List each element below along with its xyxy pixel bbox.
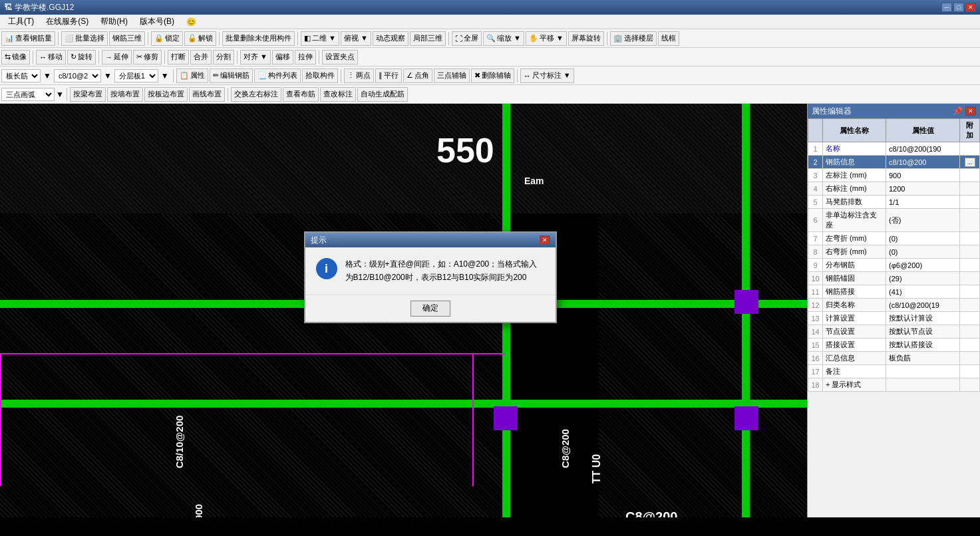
maximize-button[interactable]: □ [953,3,964,12]
properties-btn[interactable]: 📋 属性 [176,68,208,83]
mirror-btn[interactable]: ⇆ 镜像 [1,50,30,65]
layer-select[interactable]: 分层板1 [114,69,158,82]
prop-row-value[interactable]: c8/10@200(190 [886,142,960,156]
pick-component-btn[interactable]: 拾取构件 [302,68,338,83]
wireframe-btn[interactable]: 线框 [658,31,679,46]
table-row[interactable]: 10钢筋锚固(29) [808,272,980,285]
two-point-btn[interactable]: ⋮ 两点 [344,68,374,83]
table-row[interactable]: 14节点设置按默认节点设 [808,325,980,338]
prop-row-value[interactable]: 1/1 [886,196,960,209]
offset-btn[interactable]: 偏移 [272,50,293,65]
table-row[interactable]: 9分布钢筋(φ6@200) [808,259,980,272]
menu-tools[interactable]: 工具(T) [3,15,39,29]
prop-row-value[interactable] [886,378,960,392]
angle-point-btn[interactable]: ∠ 点角 [403,68,432,83]
prop-row-value[interactable]: (c8/10@200(19 [886,299,960,312]
pin-icon[interactable]: 📌 [953,106,963,116]
table-row[interactable]: 17备注 [808,365,980,378]
line-layout-btn[interactable]: 画线布置 [189,87,225,102]
rotate-btn[interactable]: ↻ 旋转 [67,50,96,65]
extend-btn[interactable]: → 延伸 [102,50,132,65]
beam-layout-btn[interactable]: 按梁布置 [70,87,106,102]
batch-select-btn[interactable]: ⬜ 批量选择 [61,31,108,46]
component-list-btn[interactable]: 📃 构件列表 [254,68,301,83]
merge-btn[interactable]: 合并 [190,50,212,65]
table-row[interactable]: 2钢筋信息c8/10@200... [808,156,980,169]
prop-row-value[interactable]: 1200 [886,182,960,196]
prop-row-value[interactable] [886,365,960,378]
edit-marker-btn[interactable]: 查改标注 [320,87,356,102]
rebar-3d-btn[interactable]: 钢筋三维 [109,31,145,46]
dimension-btn[interactable]: ↔ 尺寸标注 ▼ [520,68,574,83]
wall-layout-btn[interactable]: 按墙布置 [107,87,143,102]
delete-aux-btn[interactable]: ✖ 删除辅轴 [471,68,514,83]
table-row[interactable]: 12归类名称(c8/10@200(19 [808,299,980,312]
parallel-btn[interactable]: ∥ 平行 [375,68,402,83]
board-edge-layout-btn[interactable]: 按板边布置 [144,87,188,102]
batch-delete-btn[interactable]: 批量删除未使用构件 [222,31,295,46]
zoom-btn[interactable]: 🔍 缩放 ▼ [483,31,524,46]
table-row[interactable]: 4右标注 (mm)1200 [808,182,980,196]
minimize-button[interactable]: ─ [941,3,952,12]
table-row[interactable]: 13计算设置按默认计算设 [808,312,980,325]
menu-online[interactable]: 在线服务(S) [41,15,94,29]
prop-row-value[interactable]: (否) [886,209,960,232]
local-3d-btn[interactable]: 局部三维 [410,31,446,46]
prop-row-value[interactable]: (φ6@200) [886,259,960,272]
trim-btn[interactable]: ✂ 修剪 [133,50,162,65]
dialog-ok-button[interactable]: 确定 [410,301,450,317]
rebar-spec-select[interactable]: c8/10@2 [54,69,101,82]
fullscreen-btn[interactable]: ⛶ 全屏 [452,31,482,46]
menu-version[interactable]: 版本号(B) [134,15,180,29]
close-button[interactable]: ✕ [965,3,976,12]
arc-select[interactable]: 三点画弧 [1,88,55,101]
prop-row-value[interactable]: 按默认搭接设 [886,338,960,352]
split-btn[interactable]: 分割 [213,50,234,65]
prop-row-value[interactable]: (29) [886,272,960,285]
view-rebar-qty-btn[interactable]: 📊 查看钢筋量 [1,31,55,46]
table-row[interactable]: 18+ 显示样式 [808,378,980,392]
table-row[interactable]: 15搭接设置按默认搭接设 [808,338,980,352]
menu-emoji[interactable]: 😊 [181,16,202,28]
table-row[interactable]: 7左弯折 (mm)(0) [808,232,980,245]
table-row[interactable]: 1名称c8/10@200(190 [808,142,980,156]
dialog-close-btn[interactable]: ✕ [540,235,550,245]
align-btn[interactable]: 对齐 ▼ [240,50,271,65]
menu-help[interactable]: 帮助(H) [95,15,133,29]
screen-rotate-btn[interactable]: 屏幕旋转 [568,31,604,46]
table-row[interactable]: 3左标注 (mm)900 [808,169,980,182]
table-row[interactable]: 16汇总信息板负筋 [808,352,980,365]
break-btn[interactable]: 打断 [168,50,189,65]
prop-row-value[interactable]: c8/10@200 [886,156,960,169]
table-row[interactable]: 5马凳筋排数1/1 [808,196,980,209]
cad-canvas[interactable]: 550 C8/10@200 1900 C8@200 TT U0 C8@200 1… [0,104,807,517]
table-row[interactable]: 11钢筋搭接(41) [808,285,980,299]
view-layout-btn[interactable]: 查看布筋 [283,87,319,102]
prop-attach-btn[interactable]: ... [965,158,975,167]
swap-marker-btn[interactable]: 交换左右标注 [231,87,281,102]
lock-btn[interactable]: 🔒 锁定 [151,31,183,46]
move-btn[interactable]: ↔ 移动 [36,50,66,65]
prop-row-value[interactable]: 按默认计算设 [886,312,960,325]
pan-btn[interactable]: ✋ 平移 ▼ [526,31,567,46]
edit-rebar-btn[interactable]: ✏ 编辑钢筋 [210,68,253,83]
rebar-type-select[interactable]: 板长筋 [1,69,41,82]
unlock-btn[interactable]: 🔓 解锁 [184,31,216,46]
table-row[interactable]: 8右弯折 (mm)(0) [808,245,980,259]
table-row[interactable]: 6非单边标注含支座(否) [808,209,980,232]
prop-row-value[interactable]: (0) [886,245,960,259]
prop-row-value[interactable]: (41) [886,285,960,299]
prop-row-value[interactable]: 900 [886,169,960,182]
dynamic-view-btn[interactable]: 动态观察 [373,31,408,46]
stretch-btn[interactable]: 拉伸 [295,50,316,65]
auto-rebar-btn[interactable]: 自动生成配筋 [357,87,408,102]
prop-row-value[interactable]: 板负筋 [886,352,960,365]
2d-view-btn[interactable]: ◧ 二维 ▼ [301,31,339,46]
top-view-btn[interactable]: 俯视 ▼ [341,31,371,46]
select-floor-btn[interactable]: 🏢 选择楼层 [610,31,657,46]
set-grip-btn[interactable]: 设置夹点 [322,50,358,65]
prop-row-value[interactable]: (0) [886,232,960,245]
prop-row-attach[interactable]: ... [960,156,980,169]
prop-close-btn[interactable]: ✕ [965,106,976,116]
prop-row-value[interactable]: 按默认节点设 [886,325,960,338]
